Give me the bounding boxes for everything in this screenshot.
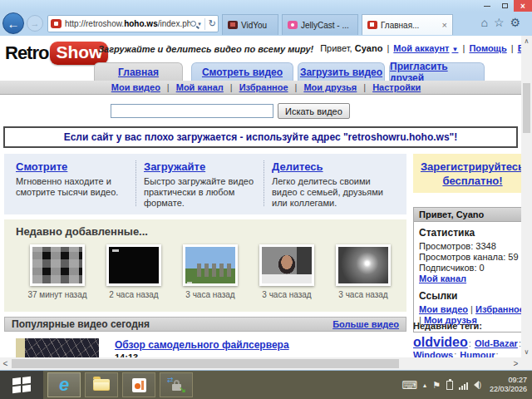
video-thumbnail[interactable] (259, 244, 314, 286)
subnav-favorites[interactable]: Избранное (239, 82, 288, 92)
stats-header: Привет, Cyano (414, 208, 530, 222)
network-signal-icon[interactable] (459, 381, 468, 390)
video-item[interactable]: 37 минут назад (19, 244, 96, 299)
tag-link[interactable]: oldvideo (413, 335, 468, 349)
popular-title: Популярные видео сегодня (12, 318, 150, 330)
search-video-button[interactable]: Искать видео (278, 103, 350, 119)
clock-time: 09:27 (487, 376, 527, 385)
clock-date: 22/03/2026 (487, 385, 527, 394)
address-bar[interactable]: http://retroshow.hoho.ws/index.php ▾ ↻ (47, 15, 219, 32)
subnav-my-videos[interactable]: Мои видео (111, 82, 160, 92)
gear-icon[interactable]: ⚙ (510, 16, 520, 29)
account-caret-icon[interactable]: ▼ (452, 46, 459, 53)
tab-close-icon[interactable]: × (439, 20, 447, 30)
tag-link[interactable]: Old-Bazar (475, 338, 518, 348)
video-item[interactable]: 2 часа назад (96, 244, 172, 299)
favorites-star-icon[interactable]: ☆ (494, 16, 505, 29)
start-button[interactable] (0, 371, 43, 399)
scroll-up-icon[interactable]: ∧ (521, 36, 532, 47)
video-item[interactable]: 3 часа назад (249, 244, 325, 299)
search-row: Искать видео (0, 96, 532, 126)
system-tray: ⌨ ▴ ⚑ ) 09:27 22/03/2026 (401, 371, 530, 399)
video-thumbnail[interactable] (183, 244, 238, 286)
video-thumbnail[interactable] (106, 244, 161, 286)
battery-icon[interactable] (446, 381, 453, 390)
links-my-videos[interactable]: Мои видео (419, 304, 468, 314)
tab-label: VidYou (241, 21, 267, 30)
touch-keyboard-icon[interactable]: ⌨ (401, 379, 417, 392)
upload-text: Быстро загружайте видео практически в лю… (144, 176, 262, 209)
stat-channel-views: Просмотров канала: 59 (419, 252, 525, 262)
close-button[interactable]: × (514, 0, 532, 12)
links-title: Ссылки (419, 290, 525, 302)
windows-logo-icon (12, 377, 31, 393)
video-thumbnail[interactable] (30, 244, 85, 286)
my-account-link[interactable]: Мой аккаунт (393, 43, 449, 53)
tab-favicon-icon (288, 21, 298, 29)
taskbar-ie-button[interactable]: e (47, 372, 81, 397)
search-input[interactable] (111, 104, 273, 118)
taskbar-security-app-button[interactable]: ⇄ ↘ (160, 372, 193, 397)
video-item[interactable]: 3 часа назад (172, 244, 249, 299)
stat-subscribers: Подписчиков: 0 (419, 263, 525, 273)
home-icon[interactable]: ⌂ (480, 16, 487, 29)
video-time: 37 минут назад (19, 290, 96, 299)
url-text[interactable]: http://retroshow.hoho.ws/index.php (65, 19, 190, 28)
share-link[interactable]: Делитесь (272, 160, 323, 173)
divider (264, 160, 264, 206)
back-button[interactable]: ← (2, 12, 24, 34)
divider (204, 18, 205, 30)
subnav-my-friends[interactable]: Мои друзья (303, 82, 357, 92)
restore-button[interactable] (496, 0, 513, 12)
vertical-scroll-thumb[interactable] (523, 83, 530, 133)
action-center-flag-icon[interactable]: ⚑ (432, 380, 441, 391)
subnav-my-channel[interactable]: Мой канал (176, 82, 224, 92)
minimize-button[interactable] (479, 0, 495, 12)
scroll-right-icon[interactable]: > (510, 357, 521, 370)
scrollbar-corner (521, 357, 532, 370)
horizontal-scrollbar[interactable]: < > (0, 357, 521, 370)
site-favicon-icon (51, 19, 62, 28)
video-time: 3 часа назад (172, 290, 249, 299)
show-hidden-icons[interactable]: ▴ (423, 382, 426, 389)
register-free-box[interactable]: Зарегистрируйтесь бесплатно! (413, 154, 532, 193)
more-videos-link[interactable]: Больше видео (332, 319, 399, 329)
speaker-icon[interactable]: ) (474, 381, 481, 389)
my-channel-link[interactable]: Мой канал (419, 273, 466, 283)
vertical-scrollbar[interactable]: ∧ ∨ (521, 36, 532, 357)
tab-upload-video[interactable]: Загрузить видео (298, 62, 385, 81)
browser-tab-active[interactable]: Главная... × (362, 14, 453, 35)
browser-toolbar: ← → http://retroshow.hoho.ws/index.php ▾… (0, 12, 532, 36)
tab-home[interactable]: Главная (94, 62, 183, 81)
refresh-icon[interactable]: ↻ (209, 18, 216, 29)
forward-button[interactable]: → (27, 15, 43, 32)
user-bar: Привет, Cyano | Мой аккаунт ▼ | Помощь |… (293, 43, 532, 53)
recently-added-section: Недавно добавленные... 37 минут назад 2 … (4, 219, 406, 312)
tab-watch-videos[interactable]: Смотреть видео (191, 62, 293, 81)
site-logo[interactable]: Retro Show (5, 42, 108, 65)
taskbar-explorer-button[interactable] (85, 372, 118, 397)
taskbar-media-app-button[interactable] (122, 372, 155, 397)
recently-added-title: Недавно добавленные... (16, 225, 148, 238)
search-icon[interactable] (190, 21, 196, 27)
chevron-down-icon[interactable]: ▾ (198, 21, 201, 27)
watch-link[interactable]: Смотрите (16, 160, 67, 173)
taskbar-clock[interactable]: 09:27 22/03/2026 (487, 376, 530, 394)
tab-invite-friends[interactable]: Пригласить друзей (389, 62, 485, 81)
scroll-left-icon[interactable]: < (0, 357, 11, 370)
video-thumbnail[interactable] (336, 244, 391, 286)
browser-tab-vidyou[interactable]: VidYou (222, 14, 278, 35)
share-text: Легко делитесь своими видео с семьей, др… (272, 176, 390, 209)
page-viewport: Retro Show Загружайте и делитесь видео п… (0, 36, 532, 370)
scroll-down-icon[interactable]: ∨ (521, 347, 532, 357)
browser-tab-jellycast[interactable]: JellyCast - ... (282, 14, 358, 35)
video-item[interactable]: 3 часа назад (325, 244, 401, 299)
horizontal-scroll-thumb[interactable] (12, 359, 399, 368)
recent-tags-title: Недавние теги: (413, 321, 531, 331)
upload-link[interactable]: Загружайте (144, 160, 205, 173)
popular-video-title[interactable]: Обзор самодельного файлсервера (115, 339, 289, 351)
subnav-settings[interactable]: Настройки (372, 82, 421, 92)
help-link[interactable]: Помощь (469, 43, 506, 53)
tab-label: JellyCast - ... (301, 21, 349, 30)
links-favorites[interactable]: Избранное (475, 304, 525, 314)
